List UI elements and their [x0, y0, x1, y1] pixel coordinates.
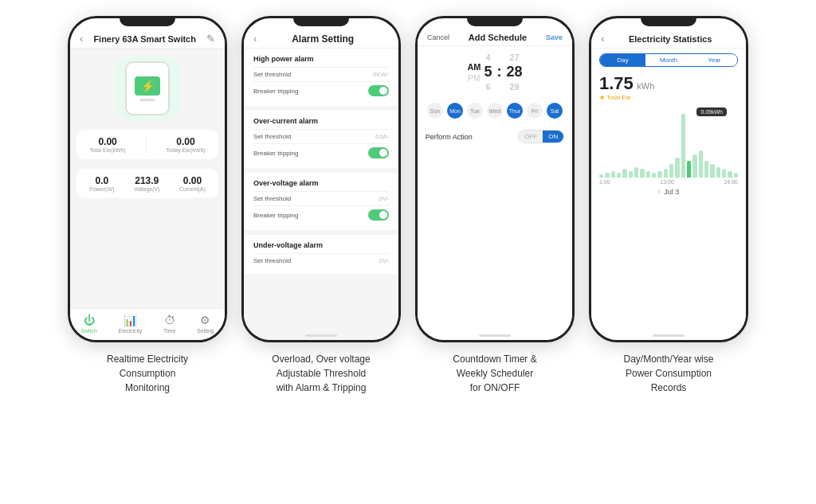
- day-wed[interactable]: Wed: [487, 103, 503, 119]
- cancel-button[interactable]: Cancel: [427, 33, 449, 41]
- phone2-body: High power alarm Set threshold 0KW› Brea…: [244, 49, 398, 331]
- breaker-label-3: Breaker tripping: [253, 212, 298, 219]
- phone2-caption: Overload, Over voltageAdjustable Thresho…: [272, 352, 370, 395]
- tab-month[interactable]: Month: [645, 54, 691, 66]
- phone3: Cancel Add Schedule Save AM PM 4 5: [415, 16, 575, 342]
- alarm-row-threshold2[interactable]: Set threshold 63A›: [253, 129, 389, 143]
- alarm-undervoltage-title: Under-voltage alarm: [253, 241, 389, 249]
- phone4-home-indicator: [653, 334, 685, 337]
- bar-4: [622, 169, 626, 178]
- day-mon[interactable]: Mon: [447, 103, 463, 119]
- bar-1: [605, 173, 609, 178]
- stat-voltage: 213.9 Voltage(V): [134, 175, 160, 192]
- phone1-screen: ‹ Finery 63A Smart Switch ✎ ⚡: [70, 26, 225, 340]
- phone4-container: ‹ Electricity Statistics Day Month Year …: [589, 16, 748, 395]
- threshold-label-4: Set threshold: [253, 257, 291, 264]
- chart-footer: 1:00 13:00 24:00: [599, 178, 738, 185]
- date-text: Jul 3: [664, 188, 679, 196]
- phone4-notch: [641, 18, 696, 26]
- alarm-high-power-title: High power alarm: [253, 55, 389, 63]
- day-tue[interactable]: Tue: [467, 103, 483, 119]
- alarm-row-threshold3[interactable]: Set threshold 0V›: [253, 191, 389, 205]
- days-row: Sun Mon Tue Wed Thur Fri Sat: [427, 103, 563, 119]
- onoff-toggle[interactable]: OFF ON: [518, 130, 564, 143]
- tabs-row: Day Month Year: [599, 53, 738, 67]
- footer-switch[interactable]: ⏻ Switch: [80, 314, 97, 334]
- breaker-label-2: Breaker tripping: [253, 150, 298, 157]
- toggle-breaker2[interactable]: [368, 147, 389, 158]
- day-sat[interactable]: Sat: [547, 103, 563, 119]
- day-sun[interactable]: Sun: [427, 103, 443, 119]
- breaker-label-1: Breaker tripping: [253, 88, 298, 95]
- bar-12: [669, 164, 673, 178]
- bar-22: [728, 171, 732, 178]
- threshold-val-4: 0V›: [379, 257, 389, 264]
- prev-arrow[interactable]: ‹: [658, 187, 661, 196]
- tab-day[interactable]: Day: [600, 54, 645, 66]
- bar-19: [710, 164, 714, 178]
- alarm-undervoltage: Under-voltage alarm Set threshold 0V›: [244, 235, 398, 274]
- device-screen: ⚡: [135, 76, 160, 96]
- off-button[interactable]: OFF: [519, 131, 543, 143]
- kwh-value: 1.75: [599, 73, 634, 93]
- bar-20: [716, 167, 720, 178]
- phone3-caption: Countdown Timer &Weekly Schedulerfor ON/…: [453, 352, 536, 395]
- stat-current: 0.00 Current(A): [179, 175, 206, 192]
- chart-time-end: 24:00: [724, 179, 738, 185]
- footer-switch-label: Switch: [80, 328, 97, 334]
- stat-label-total: Total Ele(kWh): [89, 147, 126, 153]
- perform-action-label: Perform Action: [426, 133, 473, 141]
- bar-5: [629, 171, 633, 178]
- kwh-display: 1.75 kWh: [599, 73, 738, 94]
- phone4-caption: Day/Month/Year wisePower ConsumptionReco…: [624, 352, 714, 395]
- footer-time[interactable]: ⏱ Time: [163, 314, 175, 334]
- hours-col: 4 5 6: [484, 53, 492, 92]
- bar-chart: [599, 106, 738, 178]
- threshold-label-3: Set threshold: [253, 195, 291, 202]
- phone1-notch: [120, 18, 175, 26]
- phone1-header: ‹ Finery 63A Smart Switch ✎: [70, 26, 225, 49]
- phone2-notch: [293, 18, 349, 26]
- pm-label[interactable]: PM: [468, 73, 481, 83]
- bar-8: [646, 171, 650, 178]
- on-button[interactable]: ON: [543, 131, 563, 143]
- stat-val-today: 0.00: [176, 136, 194, 147]
- total-label: ★ Total Ele: [599, 94, 738, 101]
- phone2-screen: ‹ Alarm Setting High power alarm Set thr…: [244, 26, 398, 340]
- toggle-breaker1[interactable]: [368, 85, 389, 96]
- time-separator: :: [496, 64, 504, 80]
- phone1-caption: Realtime ElectricityConsumptionMonitorin…: [107, 352, 188, 395]
- day-thu[interactable]: Thur: [507, 103, 523, 119]
- phone3-body: AM PM 4 5 6 : 27 28 29: [418, 46, 572, 331]
- alarm-overcurrent-title: Over-current alarm: [253, 117, 389, 125]
- phone3-screen: Cancel Add Schedule Save AM PM 4 5: [418, 26, 572, 340]
- footer-setting[interactable]: ⚙ Setting: [197, 314, 214, 334]
- stat-val-current: 0.00: [183, 175, 202, 186]
- footer-electricity-label: Electricity: [118, 328, 142, 334]
- phone1: ‹ Finery 63A Smart Switch ✎ ⚡: [68, 16, 227, 342]
- bar-21: [722, 169, 726, 178]
- bar-14: [681, 114, 685, 178]
- am-label[interactable]: AM: [467, 62, 481, 72]
- tab-year[interactable]: Year: [692, 54, 737, 66]
- bar-23: [734, 173, 738, 178]
- bar-17: [699, 150, 703, 178]
- footer-setting-label: Setting: [197, 328, 214, 334]
- footer-electricity[interactable]: 📊 Electricity: [118, 314, 142, 334]
- stat-total-ele: 0.00 Total Ele(kWh): [89, 136, 126, 153]
- stat-val-total: 0.00: [98, 136, 116, 147]
- phone4-screen: ‹ Electricity Statistics Day Month Year …: [591, 26, 746, 340]
- edit-icon[interactable]: ✎: [206, 33, 215, 45]
- day-fri[interactable]: Fri: [527, 103, 543, 119]
- alarm-row-threshold4[interactable]: Set threshold 0V›: [253, 253, 389, 268]
- toggle-breaker3[interactable]: [368, 209, 389, 221]
- save-button[interactable]: Save: [546, 33, 563, 41]
- phone1-footer: ⏻ Switch 📊 Electricity ⏱ Time ⚙ Setting: [70, 308, 225, 340]
- phone3-home-indicator: [479, 334, 511, 337]
- bar-9: [652, 173, 656, 178]
- stats-row1: 0.00 Total Ele(kWh) 0.00 Today Ele(kWh): [76, 130, 218, 159]
- bolt-icon: ⚡: [141, 80, 155, 92]
- alarm-row-threshold1[interactable]: Set threshold 0KW›: [253, 67, 389, 81]
- stat-label-today: Today Ele(kWh): [166, 147, 205, 153]
- hour-current: 5: [484, 64, 492, 80]
